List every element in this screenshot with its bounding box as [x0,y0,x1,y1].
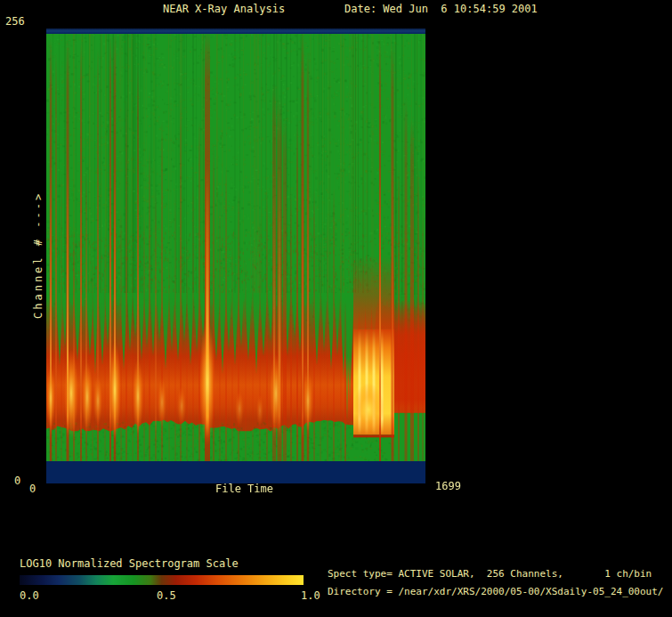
plot-window: NEAR X-Ray Analysis Date: Wed Jun 6 10:5… [0,0,672,617]
spectrogram-canvas [46,28,425,483]
colorbar-tick-1: 0.5 [157,590,176,602]
colorbar-tick-2: 1.0 [301,590,320,602]
y-axis-max-label: 256 [5,16,25,28]
x-axis-min-label: 0 [29,483,36,495]
date-label: Date: Wed Jun 6 10:54:59 2001 [344,4,538,15]
x-axis-max-label: 1699 [435,481,461,492]
colorbar-gradient [20,575,304,585]
page-title: NEAR X-Ray Analysis [163,4,285,15]
colorbar-label: LOG10 Normalized Spectrogram Scale [20,558,239,570]
spectrogram-plot-area [46,28,425,483]
colorbar-tick-0: 0.0 [20,590,39,602]
directory-info: Directory = /near/xdr/XRS/2000/05-00/XSd… [328,587,664,597]
y-axis-min-label: 0 [14,475,20,487]
y-axis-title: Channel # ---> [32,191,45,319]
spect-type-info: Spect type= ACTIVE SOLAR, 256 Channels, … [328,569,652,580]
x-axis-title: File Time [215,483,273,495]
